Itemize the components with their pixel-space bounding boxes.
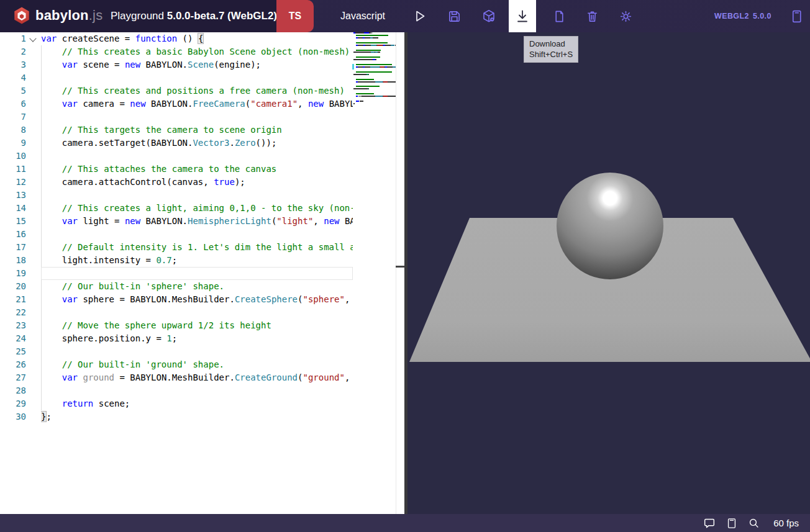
new-playground-button[interactable] [545, 0, 573, 32]
code-line: 28 [0, 384, 396, 397]
code-line: 15 var light = new BABYLON.HemisphericLi… [0, 215, 396, 228]
play-icon [412, 9, 427, 24]
tooltip-title: Download [529, 38, 573, 49]
webgl-version-label: WEBGL2 [714, 0, 749, 32]
code-lines[interactable]: 1var createScene = function () {2 // Thi… [0, 32, 396, 514]
code-line: 21 var sphere = BABYLON.MeshBuilder.Crea… [0, 293, 396, 306]
header-bar: babylon.js Playground 5.0.0-beta.7 (WebG… [0, 0, 810, 32]
clear-code-button[interactable] [578, 0, 606, 32]
search-icon [747, 516, 760, 530]
code-line: 13 [0, 189, 396, 202]
code-line: 8 // This targets the camera to scene or… [0, 124, 396, 137]
code-editor[interactable]: 1var createScene = function () {2 // Thi… [0, 32, 404, 514]
page-title: Playground 5.0.0-beta.7 (WebGL2) [111, 0, 277, 32]
fold-chevron-icon[interactable] [29, 35, 36, 42]
save-button[interactable] [440, 0, 468, 32]
code-line: 9 camera.setTarget(BABYLON.Vector3.Zero(… [0, 137, 396, 150]
code-line: 24 sphere.position.y = 1; [0, 332, 396, 345]
code-line: 3 var scene = new BABYLON.Scene(engine); [0, 58, 396, 71]
comment-bubble-icon [703, 516, 716, 530]
code-line: 11 // This attaches the camera to the ca… [0, 163, 396, 176]
code-line: 4 [0, 71, 396, 84]
typescript-toggle-button[interactable]: TS [276, 0, 314, 32]
code-line: 29 return scene; [0, 397, 396, 410]
feedback-button[interactable] [703, 516, 716, 530]
code-line: 27 var ground = BABYLON.MeshBuilder.Crea… [0, 371, 396, 384]
minimap[interactable] [353, 32, 396, 514]
code-line: 10 [0, 150, 396, 163]
code-line: 1var createScene = function () { [0, 32, 396, 45]
inspector-button[interactable] [475, 0, 503, 32]
minimap-border [396, 32, 396, 514]
code-line: 7 [0, 110, 396, 124]
download-button[interactable] [509, 0, 536, 32]
editor-canvas-divider[interactable] [404, 32, 407, 514]
run-button[interactable] [406, 0, 434, 32]
qr-device-button[interactable] [783, 0, 810, 32]
docs-button[interactable] [726, 517, 738, 530]
device-icon [789, 9, 804, 24]
settings-button[interactable] [612, 0, 639, 32]
code-line: 23 // Move the sphere upward 1/2 its hei… [0, 319, 396, 332]
code-line: 5 // This creates and positions a free c… [0, 84, 396, 97]
save-icon [447, 9, 462, 24]
render-canvas[interactable] [407, 32, 810, 514]
code-line: 14 // This creates a light, aiming 0,1,0… [0, 202, 396, 215]
babylon-logo-icon [12, 6, 31, 25]
download-tooltip: Download Shift+Ctrl+S [524, 36, 578, 63]
status-bar: 60 fps [0, 514, 810, 532]
code-line: 26 // Our built-in 'ground' shape. [0, 358, 396, 371]
code-line: 6 var camera = new BABYLON.FreeCamera("c… [0, 97, 396, 110]
fps-counter: 60 fps [773, 518, 799, 528]
splitter-drag-handle[interactable] [396, 266, 404, 268]
babylon-playground-app: babylon.js Playground 5.0.0-beta.7 (WebG… [0, 0, 810, 532]
code-line: 2 // This creates a basic Babylon Scene … [0, 45, 396, 58]
delete-icon [585, 9, 599, 24]
minimap-decoration [352, 64, 354, 70]
code-line: 16 [0, 228, 396, 241]
babylon-logo[interactable]: babylon.js [12, 6, 102, 25]
inspector-icon [481, 9, 496, 24]
code-line: 17 // Default intensity is 1. Let's dim … [0, 241, 396, 254]
code-line: 30}; [0, 410, 396, 423]
code-line: 12 camera.attachControl(canvas, true); [0, 176, 396, 189]
engine-version-label: 5.0.0 [753, 0, 771, 32]
code-line: 19 [0, 267, 396, 280]
code-line: 20 // Our built-in 'sphere' shape. [0, 280, 396, 293]
sphere-mesh [557, 173, 663, 279]
tooltip-shortcut: Shift+Ctrl+S [529, 49, 573, 60]
download-icon [515, 9, 530, 24]
code-line: 18 light.intensity = 0.7; [0, 254, 396, 267]
language-selector-button[interactable]: Javascript [337, 0, 388, 32]
code-line: 22 [0, 306, 396, 319]
code-line: 25 [0, 345, 396, 358]
search-button[interactable] [747, 516, 760, 530]
docs-icon [726, 517, 738, 530]
new-file-icon [552, 9, 567, 24]
settings-icon [619, 9, 633, 24]
wordmark: babylon.js [35, 7, 102, 24]
